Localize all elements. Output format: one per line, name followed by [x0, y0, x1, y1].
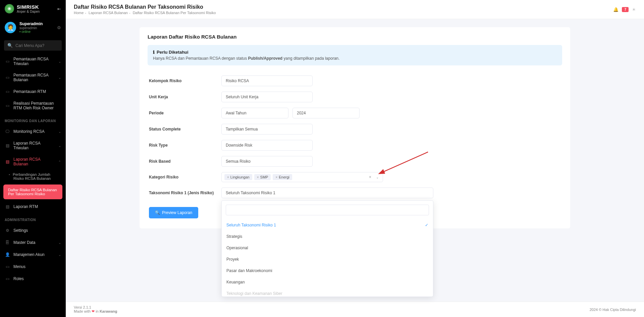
page-title: Daftar Risiko RCSA Bulanan Per Taksonomi…	[74, 4, 216, 10]
info-title: Perlu Diketahui	[157, 50, 189, 55]
collapse-sidebar-icon[interactable]: ⇤	[57, 6, 61, 11]
nav-roles[interactable]: ▭Roles	[0, 273, 66, 285]
nav-manajemen-akun[interactable]: 👤Manajemen Akun⌄	[0, 249, 66, 261]
sun-icon[interactable]: ☀	[632, 7, 636, 12]
clear-all-icon[interactable]: ×	[368, 175, 373, 179]
nav-realisasi-rtm[interactable]: ▭Realisasi Pemantauan RTM Oleh Risk Owne…	[0, 98, 66, 114]
chevron-down-icon: ⌄	[58, 253, 61, 257]
dropdown-option[interactable]: Teknologi dan Keamanan Siber	[222, 288, 433, 297]
nav: ▭Pemantauan RCSA Triwulan⌄ ▭Pemantauan R…	[0, 53, 66, 317]
crumb-laporan[interactable]: Laporan RCSA Bulanan	[89, 11, 128, 15]
nav-pemantauan-triwulan[interactable]: ▭Pemantauan RCSA Triwulan⌄	[0, 53, 66, 69]
nav-laporan-rtm[interactable]: ▤Laporan RTM	[0, 201, 66, 213]
dropdown-option[interactable]: Strategis	[222, 231, 433, 242]
nav-section-admin: ADMINISTRATION	[0, 213, 66, 224]
search-icon: 🔍	[7, 43, 13, 48]
nav-sub-perbandingan[interactable]: Perbandingan Jumlah Risiko RCSA Bulanan	[0, 170, 66, 183]
select-unit[interactable]: Seluruh Unit Kerja	[221, 92, 313, 102]
search-input[interactable]	[15, 43, 66, 48]
tag-remove-icon[interactable]: ×	[257, 175, 259, 179]
info-text: Hanya RCSA dan Pemantauan RCSA dengan st…	[153, 56, 557, 61]
nav-laporan-triwulan[interactable]: ▤Laporan RCSA Triwulan⌄	[0, 138, 66, 154]
select-taksonomi[interactable]: Seluruh Taksonomi Risiko 1	[221, 188, 433, 198]
dropdown-option[interactable]: Proyek	[222, 254, 433, 265]
avatar[interactable]: 🧑‍💼	[5, 22, 16, 33]
footer-made: Made with ❤ in Karawang	[74, 309, 117, 314]
nav-menus[interactable]: ▭Menus	[0, 261, 66, 273]
label-periode: Periode	[149, 111, 221, 115]
chevron-up-icon: ⌄	[58, 160, 61, 164]
dropdown-option[interactable]: Seluruh Taksonomi Risiko 1✓	[222, 219, 433, 231]
label-taksonomi: Taksonomi Risiko 1 (Jenis Risiko)	[149, 191, 221, 195]
card-icon: ▭	[5, 59, 10, 64]
user-icon: 👤	[5, 252, 10, 257]
nav-pemantauan-bulanan[interactable]: ▭Pemantauan RCSA Bulanan⌄	[0, 69, 66, 86]
nav-section-monitoring: MONITORING DAN LAPORAN	[0, 114, 66, 125]
chevron-down-icon: ⌄	[58, 76, 61, 80]
dropdown-option[interactable]: Operasional	[222, 242, 433, 254]
card-icon: ▭	[5, 89, 10, 94]
dropdown-option[interactable]: Pasar dan Makroekonomi	[222, 265, 433, 276]
label-risktype: Risk Type	[149, 143, 221, 148]
brand: ✳ SIMRISK Anper & Dapen ⇤	[0, 0, 66, 17]
dropdown-option[interactable]: Keuangan	[222, 276, 433, 288]
brand-logo: ✳	[5, 4, 14, 13]
select-periode-tahun[interactable]: 2024	[292, 108, 360, 118]
footer-version: Versi 2.1.1	[74, 305, 117, 309]
report-icon: ▤	[5, 159, 10, 164]
search-box[interactable]: 🔍	[4, 40, 62, 51]
user-status: • online	[19, 30, 43, 34]
database-icon: 🗄	[5, 240, 10, 245]
user-name: Superadmin	[19, 21, 43, 26]
select-riskbased[interactable]: Semua Risiko	[221, 156, 313, 167]
monitor-icon: 🖵	[5, 129, 10, 134]
chevron-down-icon: ⌄	[58, 130, 61, 134]
bell-icon[interactable]: 🔔	[613, 7, 619, 12]
dropdown-search-input[interactable]	[226, 205, 429, 215]
brand-title: SIMRISK	[17, 4, 40, 10]
notification-badge[interactable]: 7	[622, 7, 629, 12]
report-card: Laporan Daftar Risiko RCSA Bulanan ℹPerl…	[140, 27, 570, 228]
user-login: superadmin	[19, 26, 43, 30]
chevron-down-icon[interactable]: ⌄	[375, 175, 380, 179]
menu-icon: ▭	[5, 264, 10, 269]
nav-master-data[interactable]: 🗄Master Data⌄	[0, 236, 66, 249]
user-box: 🧑‍💼 Superadmin superadmin • online ⚙	[0, 17, 66, 38]
main: Daftar Risiko RCSA Bulanan Per Taksonomi…	[66, 0, 644, 317]
footer: Versi 2.1.1 Made with ❤ in Karawang 2024…	[66, 302, 644, 317]
nav-laporan-bulanan[interactable]: ▤Laporan RCSA Bulanan⌄	[0, 154, 66, 170]
info-box: ℹPerlu Diketahui Hanya RCSA dan Pemantau…	[148, 45, 562, 65]
crumb-home[interactable]: Home	[74, 11, 84, 15]
chevron-down-icon: ⌄	[58, 60, 61, 63]
brand-subtitle: Anper & Dapen	[17, 10, 40, 13]
label-unit: Unit Kerja	[149, 95, 221, 99]
crumb-current: Daftar Risiko RCSA Bulanan Per Taksonomi…	[133, 11, 216, 15]
gear-icon: ⚙	[5, 228, 10, 233]
chevron-down-icon: ⌄	[58, 144, 61, 148]
report-icon: ▤	[5, 143, 10, 148]
preview-button[interactable]: 🔍Preview Laporan	[149, 207, 198, 218]
nav-sub-daftar[interactable]: Daftar Risiko RCSA Bulanan Per Taksonomi…	[3, 184, 62, 199]
tag-remove-icon[interactable]: ×	[275, 175, 277, 179]
sidebar: ✳ SIMRISK Anper & Dapen ⇤ 🧑‍💼 Superadmin…	[0, 0, 66, 317]
multiselect-kategori[interactable]: ×Lingkungan ×SMP ×Energi × ⌄	[221, 172, 383, 182]
tag-remove-icon[interactable]: ×	[227, 175, 229, 179]
label-kelompok: Kelompok Risiko	[149, 78, 221, 83]
select-kelompok[interactable]: Risiko RCSA	[221, 75, 313, 86]
select-risktype[interactable]: Downside Risk	[221, 140, 313, 151]
label-riskbased: Risk Based	[149, 159, 221, 164]
tag-energi[interactable]: ×Energi	[273, 174, 292, 180]
select-status[interactable]: Tampilkan Semua	[221, 124, 313, 135]
tag-smp[interactable]: ×SMP	[254, 174, 271, 180]
nav-settings[interactable]: ⚙Settings	[0, 224, 66, 236]
select-periode-awal[interactable]: Awal Tahun	[221, 108, 288, 118]
heart-icon: ❤	[92, 309, 95, 313]
report-icon: ▤	[5, 204, 10, 209]
search-icon: 🔍	[155, 210, 160, 215]
nav-monitoring-rcsa[interactable]: 🖵Monitoring RCSA⌄	[0, 125, 66, 138]
nav-pemantauan-rtm[interactable]: ▭Pemantauan RTM	[0, 86, 66, 98]
content: Laporan Daftar Risiko RCSA Bulanan ℹPerl…	[66, 19, 644, 317]
tag-lingkungan[interactable]: ×Lingkungan	[224, 174, 252, 180]
gear-icon[interactable]: ⚙	[57, 25, 61, 30]
taksonomi-dropdown: Seluruh Taksonomi Risiko 1✓ Strategis Op…	[221, 200, 433, 297]
